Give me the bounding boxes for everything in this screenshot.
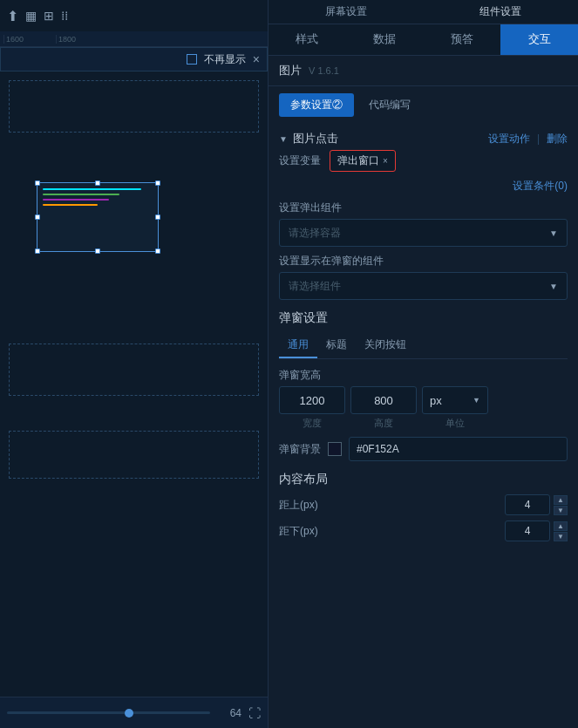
top-padding-up-btn[interactable]: ▲: [554, 495, 568, 505]
banner-text: 不再显示: [204, 52, 246, 67]
popup-sub-tabs: 通用 标题 关闭按钮: [279, 333, 568, 359]
unit-dropdown[interactable]: px ▼: [422, 386, 488, 414]
height-label: 高度: [374, 417, 393, 430]
actions-divider: |: [537, 133, 540, 145]
top-padding-down-btn[interactable]: ▼: [554, 506, 568, 515]
ruler-mark-1600: 1600: [3, 35, 56, 44]
width-item: 1200 宽度: [279, 386, 345, 430]
unit-label: 单位: [445, 417, 465, 430]
bg-label: 弹窗背景: [279, 442, 321, 457]
top-tabs: 样式 数据 预答 交互: [269, 24, 578, 56]
handle-bl[interactable]: [35, 248, 40, 254]
selected-element[interactable]: [37, 182, 159, 252]
tab-interact[interactable]: 交互: [500, 24, 578, 55]
top-banner: 不再显示 ×: [0, 47, 268, 71]
right-panel: 屏幕设置 组件设置 样式 数据 预答 交互 图片 V 1.6.1 参数设置② 代…: [269, 0, 578, 728]
left-toolbar: ⬆ ▦ ⊞ ⁞⁞: [0, 0, 268, 31]
bg-color-swatch[interactable]: [328, 442, 342, 456]
handle-tm[interactable]: [95, 180, 100, 186]
component-icon[interactable]: ⊞: [44, 9, 54, 23]
bottom-padding-input[interactable]: 4: [505, 520, 550, 541]
handle-ml[interactable]: [35, 214, 40, 220]
popup-tab-close-btn[interactable]: 关闭按钮: [356, 333, 415, 358]
height-item: 800 高度: [350, 386, 417, 430]
handle-bm[interactable]: [95, 248, 100, 254]
bg-value-input[interactable]: #0F152A: [349, 437, 568, 461]
banner-close-icon[interactable]: ×: [253, 52, 260, 66]
component-name: 图片: [279, 63, 302, 78]
condition-link[interactable]: 设置条件(0): [513, 179, 568, 194]
bottom-padding-input-wrap: 4 ▲ ▼: [505, 520, 568, 541]
popup-tab-general[interactable]: 通用: [279, 333, 317, 358]
size-label: 弹窗宽高: [279, 368, 568, 383]
top-padding-input[interactable]: 4: [505, 494, 550, 515]
popup-settings-section: 弹窗设置 通用 标题 关闭按钮 弹窗宽高 1200 宽度 800 高度: [279, 310, 568, 461]
zoom-thumb[interactable]: [125, 709, 133, 718]
variable-tag[interactable]: 弹出窗口 ×: [330, 150, 396, 172]
popup-settings-title: 弹窗设置: [279, 310, 568, 326]
left-panel: ⬆ ▦ ⊞ ⁞⁞ 1600 1800 不再显示 ×: [0, 0, 269, 728]
chevron-icon: ▼: [279, 134, 288, 144]
bottom-padding-up-btn[interactable]: ▲: [554, 521, 568, 531]
unit-item: px ▼ 单位: [422, 386, 488, 430]
layout-icon[interactable]: ▦: [25, 9, 37, 23]
variable-close-icon[interactable]: ×: [383, 156, 388, 166]
canvas-area: 不再显示 ×: [0, 47, 268, 697]
popup-display-arrow-icon: ▼: [549, 282, 558, 291]
zoom-value: 64: [217, 707, 241, 719]
sub-tab-params[interactable]: 参数设置②: [279, 93, 354, 117]
popup-display-label: 设置显示在弹窗的组件: [279, 254, 568, 269]
handle-br[interactable]: [155, 248, 160, 254]
no-show-checkbox[interactable]: [187, 54, 197, 65]
delete-link[interactable]: 删除: [547, 132, 568, 146]
grid-icon[interactable]: ⁞⁞: [61, 9, 68, 23]
cursor-icon[interactable]: ⬆: [7, 8, 18, 24]
panel-header: 屏幕设置 组件设置: [269, 0, 578, 24]
zoom-slider[interactable]: [7, 711, 210, 714]
popup-component-arrow-icon: ▼: [549, 228, 558, 238]
dashed-section-1: [9, 80, 259, 133]
wh-row: 1200 宽度 800 高度 px ▼ 单位: [279, 386, 568, 430]
popup-display-dropdown[interactable]: 请选择组件 ▼: [279, 272, 568, 300]
popup-display-placeholder: 请选择组件: [289, 279, 341, 294]
width-input[interactable]: 1200: [279, 386, 345, 414]
bg-row: 弹窗背景 #0F152A: [279, 437, 568, 461]
component-version: V 1.6.1: [309, 65, 339, 76]
element-line-1: [43, 188, 141, 190]
element-content: [37, 183, 158, 211]
handle-tl[interactable]: [35, 180, 40, 186]
top-padding-label: 距上(px): [279, 498, 318, 513]
top-padding-input-wrap: 4 ▲ ▼: [505, 494, 568, 515]
bottom-bar: 64 ⛶: [0, 697, 268, 728]
bottom-padding-down-btn[interactable]: ▼: [554, 532, 568, 541]
set-action-link[interactable]: 设置动作: [488, 132, 530, 146]
popup-component-dropdown[interactable]: 请选择容器 ▼: [279, 219, 568, 247]
handle-tr[interactable]: [155, 180, 160, 186]
popup-display-section: 设置显示在弹窗的组件 请选择组件 ▼: [279, 254, 568, 300]
bottom-padding-label: 距下(px): [279, 524, 318, 539]
dashed-section-3: [9, 431, 259, 479]
section-actions: 设置动作 | 删除: [488, 132, 568, 146]
handle-mr[interactable]: [155, 214, 160, 220]
sub-tab-code[interactable]: 代码编写: [357, 93, 422, 117]
component-settings-label: 组件设置: [479, 4, 521, 19]
unit-arrow-icon: ▼: [473, 396, 480, 405]
top-padding-row: 距上(px) 4 ▲ ▼: [279, 494, 568, 515]
sub-tabs: 参数设置② 代码编写: [269, 86, 578, 124]
dashed-section-2: [9, 344, 259, 396]
element-line-4: [43, 204, 98, 206]
tab-preview[interactable]: 预答: [424, 24, 501, 55]
tab-style[interactable]: 样式: [269, 24, 346, 55]
screen-settings-label: 屏幕设置: [325, 4, 367, 19]
element-line-2: [43, 194, 119, 195]
component-header: 图片 V 1.6.1: [269, 56, 578, 86]
expand-icon[interactable]: ⛶: [248, 706, 261, 720]
unit-value: px: [430, 394, 442, 407]
popup-tab-title[interactable]: 标题: [317, 333, 356, 358]
section-header: ▼ 图片点击 设置动作 | 删除: [279, 124, 568, 150]
tab-data[interactable]: 数据: [346, 24, 424, 55]
variable-row: 设置变量 弹出窗口 ×: [279, 150, 568, 172]
bottom-padding-row: 距下(px) 4 ▲ ▼: [279, 520, 568, 541]
popup-component-section: 设置弹出组件 请选择容器 ▼: [279, 201, 568, 247]
height-input[interactable]: 800: [350, 386, 417, 414]
